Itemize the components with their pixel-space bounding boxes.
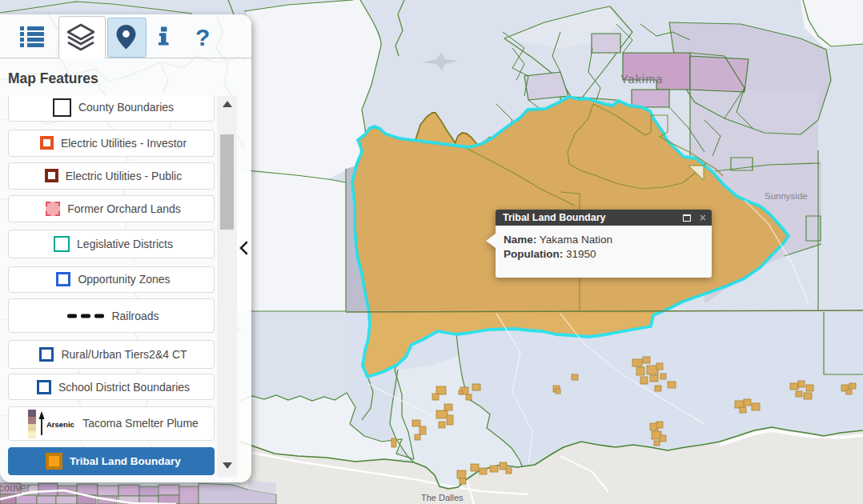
svg-text:The Dalles: The Dalles	[421, 493, 464, 502]
svg-text:ncouver: ncouver	[0, 482, 30, 494]
svg-text:?: ?	[195, 24, 210, 50]
svg-text:Sunnyside: Sunnyside	[765, 191, 808, 201]
svg-text:Yakima: Yakima	[620, 73, 663, 86]
svg-text:Arsenic: Arsenic	[46, 420, 74, 429]
